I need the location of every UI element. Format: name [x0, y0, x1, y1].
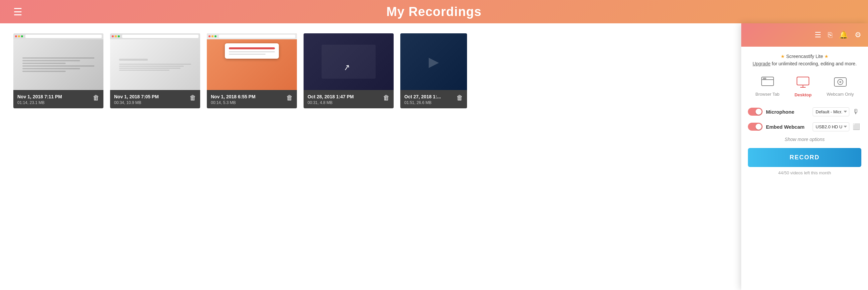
star-suffix: ★	[824, 54, 829, 59]
panel-header: ☰ ⎘ 🔔 ⚙	[741, 23, 868, 47]
recording-details: Nov 1, 2018 6:55 PM 00:14, 5.3 MB	[211, 93, 255, 105]
microphone-toggle[interactable]	[748, 108, 763, 116]
table-row[interactable]: ▶ Oct 27, 2018 1:... 01:51, 26.6 MB 🗑	[400, 33, 467, 108]
thumb-content	[13, 39, 103, 90]
thumb-line	[119, 70, 169, 71]
thumb-dot-green	[215, 35, 217, 37]
recording-meta: 01:51, 26.6 MB	[404, 100, 441, 105]
thumb-line	[229, 54, 266, 55]
recording-date: Oct 28, 2018 1:47 PM	[308, 93, 354, 100]
recordings-area: Nov 1, 2018 7:11 PM 01:14, 23.1 MB 🗑	[0, 23, 741, 290]
recording-thumbnail: ↗	[304, 33, 394, 90]
show-more-options[interactable]: Show more options	[748, 137, 861, 142]
recording-details: Nov 1, 2018 7:11 PM 01:14, 23.1 MB	[17, 93, 62, 105]
thumb-line	[119, 66, 184, 67]
recording-meta: 00:31, 4.8 MB	[308, 100, 354, 105]
upgrade-link[interactable]: Upgrade	[752, 61, 771, 66]
videos-left-indicator: 44/50 videos left this month	[748, 170, 861, 175]
thumb-line	[119, 59, 148, 61]
delete-recording-icon[interactable]: 🗑	[286, 94, 293, 102]
panel-menu-icon[interactable]: ☰	[815, 31, 821, 39]
upgrade-text: for unlimited recording, editing and mor…	[772, 61, 857, 66]
tab-desktop-label: Desktop	[795, 92, 812, 97]
thumb-content	[110, 39, 200, 90]
upgrade-bar: ★ Screencastify Lite ★ Upgrade for unlim…	[748, 53, 861, 68]
embed-webcam-label: Embed Webcam	[766, 124, 809, 130]
recording-date: Nov 1, 2018 7:05 PM	[114, 93, 159, 100]
svg-rect-3	[797, 77, 809, 85]
thumb-content: ▶	[400, 33, 467, 90]
thumb-dot-red	[112, 35, 114, 37]
panel-copy-icon[interactable]: ⎘	[828, 31, 832, 39]
thumb-url-bar	[219, 35, 295, 38]
table-row[interactable]: Nov 1, 2018 6:55 PM 00:14, 5.3 MB 🗑	[207, 33, 297, 108]
desktop-svg	[796, 76, 810, 88]
thumb-browser-chrome	[110, 33, 200, 39]
toggle-slider-webcam	[748, 123, 763, 131]
recording-details: Oct 27, 2018 1:... 01:51, 26.6 MB	[404, 93, 441, 105]
thumb-dot-yellow	[18, 35, 20, 37]
table-row[interactable]: Nov 1, 2018 7:11 PM 01:14, 23.1 MB 🗑	[13, 33, 103, 108]
thumb-content: ↗	[304, 33, 394, 90]
recording-details: Nov 1, 2018 7:05 PM 00:34, 10.9 MB	[114, 93, 159, 105]
header-left: ☰	[13, 6, 22, 18]
thumb-dialog	[225, 43, 279, 59]
recording-meta: 00:14, 5.3 MB	[211, 100, 255, 105]
delete-recording-icon[interactable]: 🗑	[383, 94, 390, 102]
recording-mode-tabs: Browser Tab Desktop	[748, 74, 861, 100]
webcam-svg	[834, 76, 847, 88]
tab-webcam-only[interactable]: Webcam Only	[823, 74, 858, 100]
microphone-setting-row: Microphone Default - Micr... 🎙	[748, 107, 861, 117]
recordings-grid: Nov 1, 2018 7:11 PM 01:14, 23.1 MB 🗑	[13, 33, 728, 108]
delete-recording-icon[interactable]: 🗑	[93, 94, 99, 102]
recording-thumbnail	[13, 33, 103, 90]
hamburger-icon[interactable]: ☰	[13, 6, 22, 18]
recording-thumbnail	[110, 33, 200, 90]
main-content: Nov 1, 2018 7:11 PM 01:14, 23.1 MB 🗑	[0, 23, 868, 290]
thumb-dot-yellow	[115, 35, 117, 37]
thumb-browser-chrome	[207, 33, 297, 39]
panel-settings-icon[interactable]: ⚙	[855, 31, 861, 39]
tab-browser-tab[interactable]: Browser Tab	[751, 74, 784, 100]
webcam-device-select[interactable]: USB2.0 HD U...	[813, 122, 849, 131]
recording-info: Nov 1, 2018 7:11 PM 01:14, 23.1 MB 🗑	[13, 90, 103, 108]
microphone-label: Microphone	[766, 109, 809, 115]
panel-body: ★ Screencastify Lite ★ Upgrade for unlim…	[741, 47, 868, 290]
browser-tab-svg	[761, 76, 774, 88]
thumb-line	[229, 47, 275, 49]
recording-date: Oct 27, 2018 1:...	[404, 93, 441, 100]
thumb-icon: ▶	[429, 54, 439, 69]
delete-recording-icon[interactable]: 🗑	[456, 94, 463, 102]
tab-desktop[interactable]: Desktop	[790, 74, 816, 100]
page-title: My Recordings	[386, 5, 482, 19]
embed-webcam-setting-row: Embed Webcam USB2.0 HD U... ⬜	[748, 122, 861, 132]
panel-bell-icon[interactable]: 🔔	[839, 31, 848, 39]
thumb-line	[22, 71, 66, 72]
recording-details: Oct 28, 2018 1:47 PM 00:31, 4.8 MB	[308, 93, 354, 105]
table-row[interactable]: Nov 1, 2018 7:05 PM 00:34, 10.9 MB 🗑	[110, 33, 200, 108]
thumb-dot-red	[15, 35, 17, 37]
delete-recording-icon[interactable]: 🗑	[189, 94, 196, 102]
browser-tab-icon	[761, 76, 774, 89]
recording-info: Nov 1, 2018 7:05 PM 00:34, 10.9 MB 🗑	[110, 90, 200, 108]
thumb-line	[22, 65, 94, 67]
recording-meta: 00:34, 10.9 MB	[114, 100, 159, 105]
thumb-lines	[22, 57, 94, 72]
thumb-url-bar	[25, 35, 102, 38]
webcam-preview-icon[interactable]: ⬜	[852, 123, 860, 130]
star-prefix: ★	[781, 54, 785, 59]
record-button[interactable]: RECORD	[748, 148, 861, 167]
table-row[interactable]: ↗ Oct 28, 2018 1:47 PM 00:31, 4.8 MB 🗑	[304, 33, 394, 108]
thumb-url-bar	[122, 35, 198, 38]
thumb-line	[229, 51, 275, 52]
microphone-device-select[interactable]: Default - Micr...	[813, 107, 849, 116]
svg-rect-2	[763, 78, 766, 79]
thumb-line	[22, 57, 94, 59]
tab-webcam-label: Webcam Only	[827, 92, 854, 97]
tab-browser-label: Browser Tab	[755, 92, 780, 97]
embed-webcam-toggle[interactable]	[748, 123, 763, 131]
thumb-cursor: ↗	[343, 62, 351, 72]
upgrade-title: Screencastify Lite	[786, 54, 824, 59]
thumb-dot-green	[21, 35, 23, 37]
svg-point-9	[839, 81, 841, 83]
